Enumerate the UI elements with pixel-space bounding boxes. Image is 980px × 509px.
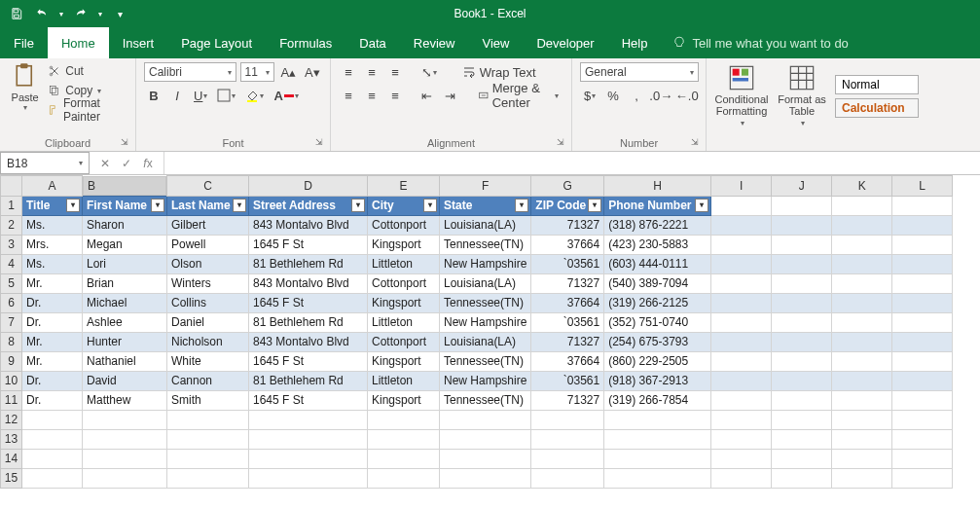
cell[interactable] bbox=[167, 468, 249, 488]
filter-button-icon[interactable] bbox=[66, 199, 80, 212]
row-header-12[interactable]: 12 bbox=[1, 410, 22, 429]
format-as-table-button[interactable]: Format as Table▾ bbox=[775, 62, 829, 129]
cell[interactable] bbox=[772, 449, 832, 468]
column-header-C[interactable]: C bbox=[167, 176, 249, 197]
align-center-icon[interactable]: ≡ bbox=[362, 86, 381, 105]
cell[interactable]: Littleton bbox=[368, 371, 440, 390]
cell[interactable]: Dr. bbox=[22, 371, 83, 390]
cell[interactable] bbox=[832, 196, 892, 215]
cell-style-calculation[interactable]: Calculation bbox=[835, 98, 919, 118]
cell[interactable] bbox=[711, 332, 772, 351]
cell[interactable]: 71327 bbox=[531, 215, 604, 235]
cell[interactable] bbox=[772, 196, 832, 215]
cell[interactable]: White bbox=[167, 351, 249, 371]
cell[interactable] bbox=[772, 371, 832, 390]
filter-button-icon[interactable] bbox=[423, 199, 437, 212]
cell[interactable] bbox=[368, 410, 440, 429]
redo-dropdown-icon[interactable]: ▾ bbox=[95, 3, 105, 24]
cell[interactable]: Cannon bbox=[167, 371, 249, 390]
tab-help[interactable]: Help bbox=[608, 27, 662, 58]
column-header-I[interactable]: I bbox=[711, 176, 772, 197]
fx-icon[interactable]: fx bbox=[140, 157, 156, 170]
cell[interactable]: (254) 675-3793 bbox=[604, 332, 711, 351]
tab-page-layout[interactable]: Page Layout bbox=[167, 27, 266, 58]
column-header-H[interactable]: H bbox=[604, 176, 711, 197]
cell[interactable]: 1645 F St bbox=[249, 351, 368, 371]
cell[interactable] bbox=[711, 312, 772, 332]
cell[interactable]: New Hampshire bbox=[440, 371, 531, 390]
cell[interactable] bbox=[440, 449, 531, 468]
cell[interactable] bbox=[892, 215, 953, 235]
filter-button-icon[interactable] bbox=[588, 199, 601, 212]
cell[interactable]: (423) 230-5883 bbox=[604, 235, 711, 254]
cell[interactable]: Hunter bbox=[83, 332, 167, 351]
cell[interactable] bbox=[83, 449, 167, 468]
cell[interactable] bbox=[832, 235, 892, 254]
cell[interactable] bbox=[892, 312, 953, 332]
cell[interactable]: 37664 bbox=[531, 293, 604, 312]
cell[interactable]: Megan bbox=[83, 235, 167, 254]
row-header-5[interactable]: 5 bbox=[1, 273, 22, 293]
column-header-L[interactable]: L bbox=[892, 176, 953, 197]
cell[interactable]: Powell bbox=[167, 235, 249, 254]
cell[interactable]: Cottonport bbox=[368, 273, 440, 293]
row-header-15[interactable]: 15 bbox=[1, 468, 22, 488]
cell[interactable]: Michael bbox=[83, 293, 167, 312]
cell[interactable]: New Hampshire bbox=[440, 254, 531, 273]
table-header-cell[interactable]: Last Name bbox=[167, 196, 249, 215]
tab-developer[interactable]: Developer bbox=[523, 27, 607, 58]
cell[interactable] bbox=[832, 254, 892, 273]
row-header-8[interactable]: 8 bbox=[1, 332, 22, 351]
bold-button[interactable]: B bbox=[144, 86, 163, 105]
cell[interactable]: Louisiana(LA) bbox=[440, 215, 531, 235]
cell[interactable] bbox=[711, 273, 772, 293]
cell[interactable]: (918) 367-2913 bbox=[604, 371, 711, 390]
cell[interactable]: Smith bbox=[167, 390, 249, 410]
cell[interactable]: Mr. bbox=[22, 332, 83, 351]
filter-button-icon[interactable] bbox=[351, 199, 365, 212]
cell[interactable] bbox=[772, 215, 832, 235]
tab-home[interactable]: Home bbox=[48, 27, 109, 58]
accounting-format-icon[interactable]: $▾ bbox=[580, 86, 599, 105]
cell[interactable]: Olson bbox=[167, 254, 249, 273]
cell[interactable] bbox=[832, 293, 892, 312]
orientation-icon[interactable]: ⤡▾ bbox=[418, 62, 440, 82]
tell-me[interactable]: Tell me what you want to do bbox=[672, 27, 848, 58]
cell[interactable]: Daniel bbox=[167, 312, 249, 332]
cell[interactable]: 71327 bbox=[531, 390, 604, 410]
cell[interactable] bbox=[531, 429, 604, 449]
increase-decimal-icon[interactable]: .0→ bbox=[650, 86, 672, 105]
table-header-cell[interactable]: ZIP Code bbox=[531, 196, 604, 215]
cell[interactable]: Mr. bbox=[22, 273, 83, 293]
cell[interactable] bbox=[892, 254, 953, 273]
cell[interactable] bbox=[832, 312, 892, 332]
cell[interactable] bbox=[531, 468, 604, 488]
cell[interactable] bbox=[711, 371, 772, 390]
cell[interactable]: Collins bbox=[167, 293, 249, 312]
cell[interactable]: Kingsport bbox=[368, 351, 440, 371]
merge-center-button[interactable]: Merge & Center▾ bbox=[474, 86, 563, 105]
table-header-cell[interactable]: Street Address bbox=[249, 196, 368, 215]
cell[interactable] bbox=[711, 254, 772, 273]
increase-indent-icon[interactable]: ⇥ bbox=[440, 86, 459, 105]
cell[interactable]: New Hampshire bbox=[440, 312, 531, 332]
cell[interactable] bbox=[531, 410, 604, 429]
cell[interactable]: Ashlee bbox=[83, 312, 167, 332]
redo-icon[interactable] bbox=[70, 3, 91, 24]
font-name-select[interactable]: Calibri▾ bbox=[144, 62, 236, 82]
row-header-1[interactable]: 1 bbox=[1, 196, 22, 215]
cell[interactable] bbox=[249, 468, 368, 488]
cell[interactable]: Dr. bbox=[22, 293, 83, 312]
cell[interactable] bbox=[711, 293, 772, 312]
cell[interactable] bbox=[368, 429, 440, 449]
cell[interactable]: Cottonport bbox=[368, 215, 440, 235]
cell[interactable]: Tennessee(TN) bbox=[440, 293, 531, 312]
cell[interactable]: 81 Bethlehem Rd bbox=[249, 254, 368, 273]
cell[interactable] bbox=[249, 429, 368, 449]
cell[interactable] bbox=[440, 429, 531, 449]
align-middle-icon[interactable]: ≡ bbox=[362, 62, 381, 82]
cell[interactable] bbox=[892, 371, 953, 390]
cell[interactable] bbox=[892, 196, 953, 215]
cell[interactable] bbox=[604, 410, 711, 429]
cell[interactable]: 81 Bethlehem Rd bbox=[249, 312, 368, 332]
